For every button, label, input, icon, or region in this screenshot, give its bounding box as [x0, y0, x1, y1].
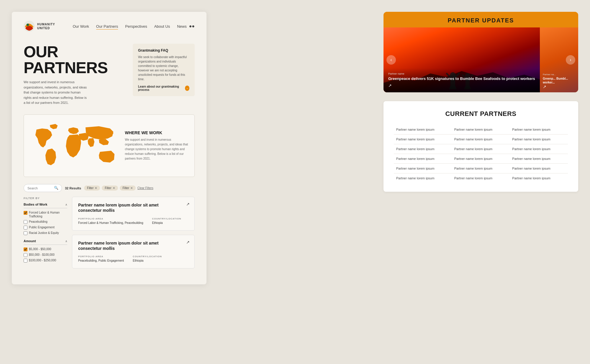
filter-by-label: FILTER BY: [24, 197, 67, 200]
nav-item-our-partners[interactable]: Our Partners: [96, 24, 118, 29]
updates-title: PARTNER UPDATES: [389, 17, 572, 24]
filter-group-amount-header[interactable]: Amount ∧: [24, 239, 67, 245]
logo-icon: [24, 21, 35, 32]
filter-label-peacebuilding: Peacebuilding: [29, 220, 47, 224]
filter-checkbox-racial-justice[interactable]: [24, 231, 27, 235]
filter-item-amount-1[interactable]: $5,000 - $50,000: [24, 247, 67, 251]
filter-label-amount-1: $5,000 - $50,000: [29, 247, 51, 251]
filter-label-racial-justice: Racial Justice & Equity: [29, 231, 59, 235]
hero-description: We support and invest in numerous organi…: [24, 80, 88, 106]
carousel-next-button[interactable]: ›: [566, 55, 575, 65]
partner-card-title-1: Partner name lorem ipsum dolor sit amet …: [78, 202, 189, 213]
map-text: WHERE WE WORK We support and invest in n…: [125, 130, 189, 161]
partner-updates-section: PARTNER UPDATES ‹: [384, 12, 578, 92]
page-title: OUR PARTNERS: [24, 44, 124, 76]
nav-item-our-work[interactable]: Our Work: [73, 24, 89, 29]
partner-cell: Partner name lorem ipsum: [510, 164, 568, 173]
partner-cell: Partner name lorem ipsum: [452, 135, 510, 144]
partner-cell: Partner name lorem ipsum: [452, 164, 510, 173]
right-panel: PARTNER UPDATES ‹: [384, 12, 578, 192]
country-label-2: COUNTRY/LOCATION: [133, 255, 162, 258]
map-description: We support and invest in numerous organi…: [125, 137, 189, 161]
side-headline: Greenp... Bumbl... worker...: [543, 77, 575, 84]
chevron-up-icon: ∧: [65, 203, 67, 206]
partner-card-1[interactable]: ↗ Partner name lorem ipsum dolor sit ame…: [72, 197, 195, 230]
carousel-prev-button[interactable]: ‹: [386, 55, 396, 65]
filter-tag-1[interactable]: Filter ✕: [84, 186, 100, 191]
carousel-main-card[interactable]: Partner name Greenpeace delivers 51K sig…: [384, 27, 540, 92]
table-row[interactable]: Partner name lorem ipsumPartner name lor…: [394, 164, 568, 173]
map-heading: WHERE WE WORK: [125, 130, 189, 135]
partner-cell: Partner name lorem ipsum: [510, 173, 568, 183]
left-panel: HUMANITY UNITED Our Work Our Partners Pe…: [12, 12, 206, 284]
partner-cell: Partner name lorem ipsum: [452, 173, 510, 183]
partner-cell: Partner name lorem ipsum: [394, 154, 452, 164]
partner-cell: Partner name lorem ipsum: [510, 135, 568, 144]
partner-cell: Partner name lorem ipsum: [394, 173, 452, 183]
table-row[interactable]: Partner name lorem ipsumPartner name lor…: [394, 144, 568, 154]
filter-checkbox-amount-1[interactable]: [24, 247, 27, 251]
filter-checkbox-amount-3[interactable]: [24, 259, 27, 263]
filter-checkbox-forced-labor[interactable]: [24, 211, 27, 215]
filter-item-forced-labor[interactable]: Forced Labor & Human Trafficking: [24, 211, 67, 218]
filter-checkbox-peacebuilding[interactable]: [24, 220, 27, 224]
filter-item-amount-2[interactable]: $50,000 - $100,000: [24, 253, 67, 257]
filter-tag-2[interactable]: Filter ✕: [102, 186, 118, 191]
filter-item-racial-justice[interactable]: Racial Justice & Equity: [24, 231, 67, 235]
side-arrow-icon: ↗: [543, 84, 575, 89]
filter-group-title: Bodies of Work: [24, 203, 47, 206]
map-section: WHERE WE WORK We support and invest in n…: [24, 114, 195, 177]
filter-item-amount-3[interactable]: $100,000 - $250,000: [24, 258, 67, 263]
current-partners-title: CURRENT PARTNERS: [394, 110, 568, 118]
partner-cards: ↗ Partner name lorem ipsum dolor sit ame…: [72, 197, 195, 273]
filter-item-peacebuilding[interactable]: Peacebuilding: [24, 220, 67, 224]
filter-item-public-engagement[interactable]: Public Engagement: [24, 225, 67, 229]
table-row[interactable]: Partner name lorem ipsumPartner name lor…: [394, 173, 568, 183]
filter-tags: Filter ✕ Filter ✕ Filter ✕ Clear Filters: [84, 186, 195, 191]
search-icon[interactable]: ●●: [189, 24, 195, 29]
filter-checkbox-amount-2[interactable]: [24, 253, 27, 257]
clear-filters-button[interactable]: Clear Filters: [137, 186, 153, 190]
filter-group-header[interactable]: Bodies of Work ∧: [24, 203, 67, 208]
portfolio-area-label-1: PORTFOLIO AREA: [78, 217, 143, 220]
partner-card-2[interactable]: ↗ Partner name lorem ipsum dolor sit ame…: [72, 235, 195, 268]
nav-item-about-us[interactable]: About Us: [154, 24, 170, 29]
search-box[interactable]: 🔍: [24, 184, 62, 192]
external-link-icon-2: ↗: [186, 240, 190, 245]
partner-cell: Partner name lorem ipsum: [510, 125, 568, 135]
filter-tag-3[interactable]: Filter ✕: [120, 186, 136, 191]
partner-cell: Partner name lorem ipsum: [394, 164, 452, 173]
svg-point-1: [27, 24, 29, 26]
card-overlay: Partner name Greenpeace delivers 51K sig…: [384, 68, 540, 92]
filter-group-amount: Amount ∧ $5,000 - $50,000 $50,000 - $100…: [24, 239, 67, 263]
current-partners-section: CURRENT PARTNERS Partner name lorem ipsu…: [384, 101, 578, 192]
faq-link[interactable]: Learn about our grantmaking process →: [138, 85, 189, 91]
table-row[interactable]: Partner name lorem ipsumPartner name lor…: [394, 154, 568, 164]
results-count: 32 Results: [65, 186, 81, 190]
logo[interactable]: HUMANITY UNITED: [24, 21, 55, 32]
partner-cell: Partner name lorem ipsum: [394, 125, 452, 135]
nav-item-perspectives[interactable]: Perspectives: [125, 24, 147, 29]
partner-cell: Partner name lorem ipsum: [452, 154, 510, 164]
overlay-arrow-icon: ↗: [388, 83, 535, 88]
search-input[interactable]: [27, 186, 54, 190]
overlay-partner-label: Partner name: [388, 72, 535, 75]
updates-carousel: ‹: [384, 27, 578, 92]
country-label-1: COUNTRY/LOCATION: [152, 217, 181, 220]
partner-cell: Partner name lorem ipsum: [510, 144, 568, 154]
faq-description: We seek to collaborate with impactful or…: [138, 55, 189, 81]
table-row[interactable]: Partner name lorem ipsumPartner name lor…: [394, 135, 568, 144]
partner-cell: Partner name lorem ipsum: [510, 154, 568, 164]
filter-checkbox-public-engagement[interactable]: [24, 226, 27, 229]
navigation: HUMANITY UNITED Our Work Our Partners Pe…: [24, 21, 195, 32]
content-area: FILTER BY Bodies of Work ∧ Forced Labor …: [24, 197, 195, 273]
hero-section: OUR PARTNERS We support and invest in nu…: [24, 44, 195, 106]
partner-cell: Partner name lorem ipsum: [452, 125, 510, 135]
country-col-2: COUNTRY/LOCATION Ethiopia: [133, 255, 162, 263]
portfolio-area-col-1: PORTFOLIO AREA Forced Labor & Human Traf…: [78, 217, 143, 225]
card-meta-2: PORTFOLIO AREA Peacebuilding, Public Eng…: [78, 255, 189, 263]
logo-text: HUMANITY UNITED: [37, 22, 55, 30]
nav-item-news[interactable]: News: [177, 24, 187, 29]
country-value-2: Ethiopia: [133, 259, 162, 263]
table-row[interactable]: Partner name lorem ipsumPartner name lor…: [394, 125, 568, 135]
